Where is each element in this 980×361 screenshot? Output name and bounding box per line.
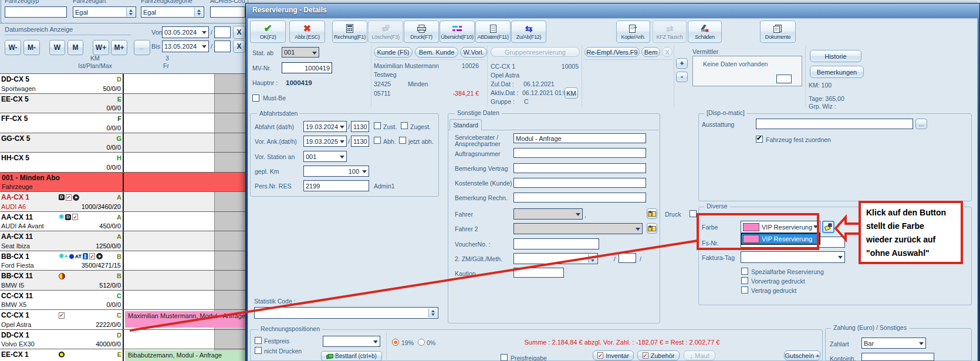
spinner-icon[interactable] bbox=[428, 308, 437, 318]
eraser-icon bbox=[824, 223, 832, 231]
summe-text: Summe : 2.184,84 € abzgl. Vor. Zahl. : -… bbox=[502, 339, 742, 346]
ok-button[interactable]: ✔ OK(F2) bbox=[250, 21, 286, 43]
druck-checkbox[interactable] bbox=[690, 210, 697, 217]
besttarif-button[interactable]: Besttarif (ctrl+b) bbox=[321, 351, 382, 361]
zm-input[interactable] bbox=[513, 253, 598, 264]
preisfreigabe-label: Preisfreigabe bbox=[511, 355, 547, 361]
kaution-input[interactable] bbox=[513, 268, 564, 278]
serviceberater-input[interactable]: Modul - Anfrage bbox=[513, 133, 646, 143]
loeschen-button-label: Löschen(F3) bbox=[371, 34, 399, 40]
kostenstelle-input[interactable] bbox=[513, 178, 646, 188]
vermittler-remove-button[interactable]: - bbox=[676, 72, 688, 82]
bemerkungen-button[interactable]: Bemerkungen bbox=[810, 66, 864, 78]
nicht-drucken-label: nicht Drucken bbox=[264, 347, 302, 355]
voucher-input[interactable] bbox=[513, 238, 599, 249]
stat-ab-select[interactable]: 001 bbox=[282, 47, 319, 58]
vermittler-page-input[interactable] bbox=[776, 75, 792, 83]
kopie-button[interactable]: + Kopie/Anh. bbox=[616, 21, 650, 43]
kontoinh-input[interactable] bbox=[861, 353, 934, 361]
clear-recipient-button: X bbox=[662, 47, 673, 57]
abdaten-button-label: ABDaten(F11) bbox=[477, 34, 508, 40]
svg-text:+: + bbox=[634, 25, 637, 31]
bem-button[interactable]: Bem bbox=[641, 47, 660, 57]
slash-label: / bbox=[640, 255, 641, 262]
statistik-code-input[interactable] bbox=[254, 307, 438, 319]
preisfreigabe-checkbox[interactable] bbox=[501, 354, 508, 361]
gepl-km-value: 100 bbox=[306, 168, 360, 175]
slash-label: / bbox=[348, 123, 350, 130]
kunde-button[interactable]: Kunde (F5) bbox=[374, 47, 413, 58]
kostenstelle-label: Kostenstelle (Kunde) bbox=[455, 180, 512, 187]
stat-ab-value: 001 bbox=[284, 49, 295, 56]
fahrer-select[interactable] bbox=[513, 208, 583, 220]
check-icon: ✓ bbox=[643, 352, 648, 359]
inventar-button[interactable]: ✓ Inventar bbox=[593, 350, 634, 360]
druck-button[interactable]: Druck(F7) bbox=[404, 21, 439, 43]
spezialfarbe-checkbox[interactable] bbox=[741, 268, 748, 275]
jetzt-abh-checkbox[interactable] bbox=[399, 137, 406, 144]
vor-station-value: 001 bbox=[306, 153, 316, 160]
vat-19-radio[interactable] bbox=[392, 339, 399, 346]
fahrzeug-fest-checkbox[interactable] bbox=[756, 136, 763, 143]
annotation-line-4: "ohne Auswahl" bbox=[866, 247, 958, 260]
vor-ank-date-select[interactable]: 19.03.2025 bbox=[303, 136, 347, 147]
chevron-down-icon bbox=[373, 340, 378, 346]
historie-button[interactable]: Historie bbox=[810, 50, 861, 62]
gepl-km-select[interactable]: 100 bbox=[303, 166, 369, 177]
km-button[interactable]: KM bbox=[565, 87, 578, 99]
tarif-select[interactable] bbox=[323, 336, 380, 347]
screen: Fahrzeugtyp Fahrzeugart Fahrzeugkategori… bbox=[0, 0, 980, 361]
schaeden-button[interactable]: Schäden bbox=[688, 21, 722, 43]
pers-nr-input[interactable]: 2199 bbox=[303, 180, 369, 191]
vor-station-label: Vor. Station an bbox=[255, 153, 295, 160]
gutschein-button[interactable]: Gutschein + bbox=[784, 350, 820, 360]
annotation-box: Klick auf den Button stellt die Farbe wi… bbox=[859, 201, 963, 264]
mv-nr-input[interactable]: 1000419 bbox=[282, 62, 332, 73]
erase-icon bbox=[381, 24, 390, 33]
farbe-reset-button[interactable] bbox=[822, 221, 834, 233]
druck-label: Druck bbox=[665, 211, 681, 218]
nicht-drucken-checkbox[interactable] bbox=[255, 347, 262, 354]
wvorl-button[interactable]: W.Vorl. bbox=[460, 47, 487, 58]
check-icon: ✔ bbox=[263, 24, 272, 33]
mv-nr-value: 1000419 bbox=[305, 65, 330, 72]
zugest-checkbox[interactable] bbox=[401, 122, 408, 129]
spinner-icon[interactable] bbox=[588, 254, 597, 263]
abfahrt-time-input[interactable]: 1130 bbox=[351, 121, 369, 132]
voucher-label: VoucherNo. : bbox=[455, 241, 491, 248]
faktura-tag-select[interactable] bbox=[741, 251, 845, 263]
zahlart-select[interactable]: Bar bbox=[861, 338, 926, 349]
vorvertrag-checkbox[interactable] bbox=[741, 277, 748, 284]
fahrer2-select[interactable] bbox=[513, 223, 643, 234]
uebersicht-button[interactable]: Übersicht(F10) bbox=[440, 21, 475, 43]
bemerkung-vertrag-input[interactable] bbox=[513, 163, 646, 173]
zm-gueltig-input[interactable] bbox=[619, 253, 636, 263]
bem-kunde-button[interactable]: Bem. Kunde bbox=[415, 47, 458, 58]
customer-zip: 32425 bbox=[374, 80, 391, 87]
festpreis-checkbox[interactable] bbox=[255, 337, 262, 344]
dokumente-button[interactable]: Dokumente bbox=[760, 21, 796, 43]
bemerkung-rechn-label: Bemerkung Rechn. bbox=[455, 194, 508, 201]
vat-0-radio[interactable] bbox=[418, 339, 425, 346]
rechnung-button[interactable]: Rechnung(F1) bbox=[332, 21, 367, 43]
vor-ank-time-input[interactable]: 1130 bbox=[351, 136, 369, 147]
zubehoer-button[interactable]: ✓ Zubehör bbox=[637, 350, 680, 360]
ausstattung-input[interactable] bbox=[756, 119, 913, 129]
vermittler-add-button[interactable]: + bbox=[676, 58, 688, 69]
abdaten-button[interactable]: ABDaten(F11) bbox=[475, 21, 511, 43]
cancel-button[interactable]: ✖ Abbr.(ESC) bbox=[289, 21, 325, 43]
auftragsnummer-input[interactable] bbox=[513, 148, 646, 158]
re-empf-button[interactable]: Re-Empf./Vers.F9 bbox=[584, 47, 640, 57]
must-be-checkbox[interactable] bbox=[252, 95, 259, 102]
vor-station-select[interactable]: 001 bbox=[303, 151, 347, 162]
abh-checkbox[interactable] bbox=[374, 137, 381, 144]
tab-standard[interactable]: Standard bbox=[450, 119, 482, 130]
abfahrt-date-select[interactable]: 19.03.2024 bbox=[303, 121, 347, 132]
check-icon: ✓ bbox=[597, 352, 603, 359]
zust-checkbox[interactable] bbox=[374, 122, 381, 129]
bemerkung-rechn-input[interactable] bbox=[513, 193, 646, 203]
vertrag-checkbox[interactable] bbox=[741, 286, 748, 293]
grp-wiz-info: Grp. Wiz : bbox=[809, 103, 836, 110]
abh-label: Abh. bbox=[383, 138, 396, 145]
zuab-button[interactable]: ⇆ Zu/Ab(F12) bbox=[511, 21, 546, 43]
